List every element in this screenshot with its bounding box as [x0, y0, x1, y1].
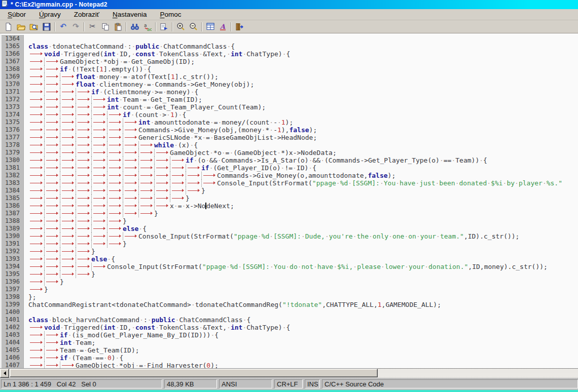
undo-button[interactable]: ↶ — [57, 21, 69, 32]
code-line[interactable]: 1386x·=·x->NodeNext; — [2, 202, 578, 210]
line-number[interactable]: 1392 — [2, 248, 24, 255]
code-line[interactable]: 1372int·Team·=·Get_Team(ID); — [2, 96, 578, 103]
launch-button[interactable] — [158, 21, 170, 32]
code-text[interactable]: } — [28, 194, 578, 202]
line-number[interactable]: 1377 — [2, 134, 24, 141]
scrollbar-thumb[interactable] — [10, 369, 378, 377]
code-line[interactable]: 1398}; — [2, 293, 578, 301]
copy-button[interactable] — [99, 21, 112, 32]
line-number[interactable]: 1407 — [2, 362, 24, 368]
code-text[interactable]: GameObject·*obj·=·Find_Harvester(0); — [28, 362, 578, 368]
code-line[interactable]: 1401class·block_harvnChatCommand·:·publi… — [2, 316, 578, 324]
code-line[interactable]: 1393else·{ — [2, 255, 578, 263]
code-line[interactable]: 1397} — [2, 286, 578, 293]
line-number[interactable]: 1391 — [2, 240, 24, 248]
code-line[interactable]: 1368if·(!Text[1].empty())·{ — [2, 65, 578, 73]
line-number[interactable]: 1396 — [2, 278, 24, 286]
line-number[interactable]: 1365 — [2, 43, 24, 50]
line-number[interactable]: 1370 — [2, 81, 24, 88]
line-number[interactable]: 1381 — [2, 164, 24, 172]
line-number[interactable]: 1401 — [2, 316, 24, 324]
code-text[interactable]: if·(Get_Player_ID(o)·!=·ID)·{ — [28, 164, 578, 172]
code-text[interactable]: GameObject·*obj·=·Get_GameObj(ID); — [28, 58, 578, 65]
code-line[interactable]: 1389else·{ — [2, 225, 578, 232]
code-text[interactable]: ChatCommandRegistrant<tdonateChatCommand… — [28, 301, 578, 308]
title-bar[interactable]: * C:\Ex2\gmmain.cpp - Notepad2 — [0, 0, 578, 9]
code-line[interactable]: 1400 — [2, 308, 578, 316]
code-text[interactable]: x·=·x->NodeNext; — [28, 202, 578, 210]
code-text[interactable]: if·(!Text[1].empty())·{ — [28, 65, 578, 73]
code-area[interactable]: 13641365class·tdonateChatCommand·:·publi… — [2, 35, 578, 368]
line-number[interactable]: 1367 — [2, 58, 24, 65]
line-number[interactable]: 1400 — [2, 308, 24, 316]
code-text[interactable]: else·{ — [28, 225, 578, 232]
line-number[interactable]: 1382 — [2, 172, 24, 179]
select-font-button[interactable]: A — [216, 21, 229, 32]
browse-files-button[interactable] — [27, 21, 40, 32]
code-text[interactable]: int·count·=·Get_Team_Player_Count(Team); — [28, 103, 578, 111]
code-text[interactable]: } — [28, 187, 578, 194]
line-number[interactable]: 1388 — [2, 217, 24, 225]
code-text[interactable]: if·(is_mod(Get_Player_Name_By_ID(ID)))·{ — [28, 331, 578, 339]
code-text[interactable]: class·tdonateChatCommand·:·public·ChatCo… — [28, 43, 578, 50]
code-text[interactable]: float·money·=·atof(Text[1].c_str()); — [28, 73, 578, 81]
code-text[interactable]: Team·=·Get_Team(ID); — [28, 346, 578, 354]
code-line[interactable]: 1379GameObject·*o·=·(GameObject·*)x->Nod… — [2, 149, 578, 156]
code-line[interactable]: 1404int·Team; — [2, 339, 578, 346]
code-text[interactable]: if·(o·&&·Commands->Is_A_Star(o)·&&·(Comm… — [28, 156, 578, 164]
code-line[interactable]: 1383Console_Input(StrFormat("ppage·%d·[S… — [2, 179, 578, 187]
code-text[interactable]: } — [28, 240, 578, 248]
line-number[interactable]: 1375 — [2, 119, 24, 126]
find-button[interactable] — [128, 21, 141, 32]
code-text[interactable] — [28, 35, 578, 43]
code-line[interactable]: 1384} — [2, 187, 578, 194]
new-file-button[interactable] — [2, 21, 15, 32]
menu-item-nastavenia[interactable]: Nastavenia — [106, 9, 154, 20]
line-number[interactable]: 1405 — [2, 346, 24, 354]
code-line[interactable]: 1407GameObject·*obj·=·Find_Harvester(0); — [2, 362, 578, 368]
line-number[interactable]: 1364 — [2, 35, 24, 43]
code-text[interactable]: Console_Input(StrFormat("ppage·%d·[SSGM]… — [28, 232, 578, 240]
open-file-button[interactable] — [15, 21, 27, 32]
line-number[interactable]: 1393 — [2, 255, 24, 263]
line-number[interactable]: 1380 — [2, 156, 24, 164]
code-line[interactable]: 1388} — [2, 217, 578, 225]
code-line[interactable]: 1391} — [2, 240, 578, 248]
redo-button[interactable]: ↷ — [69, 21, 82, 32]
code-text[interactable]: } — [28, 286, 578, 293]
code-text[interactable]: Commands->Give_Money(o,amounttodonate,fa… — [28, 172, 578, 179]
line-number[interactable]: 1386 — [2, 202, 24, 210]
code-line[interactable]: 1403if·(is_mod(Get_Player_Name_By_ID(ID)… — [2, 331, 578, 339]
line-number[interactable]: 1384 — [2, 187, 24, 194]
code-text[interactable]: while·(x)·{ — [28, 141, 578, 149]
line-number[interactable]: 1374 — [2, 111, 24, 119]
code-text[interactable]: float·clientmoney·=·Commands->Get_Money(… — [28, 81, 578, 88]
code-line[interactable]: 1369float·money·=·atof(Text[1].c_str()); — [2, 73, 578, 81]
code-line[interactable]: 1395} — [2, 270, 578, 278]
horizontal-scrollbar[interactable] — [0, 368, 578, 378]
save-file-button[interactable] — [40, 21, 53, 32]
code-text[interactable]: else·{ — [28, 255, 578, 263]
menu-item-pomoc[interactable]: Pomoc — [153, 9, 188, 20]
code-text[interactable]: Console_Input(StrFormat("ppage·%d·[SSGM]… — [28, 263, 578, 270]
code-line[interactable]: 1365class·tdonateChatCommand·:·public·Ch… — [2, 43, 578, 50]
line-number[interactable]: 1398 — [2, 293, 24, 301]
customize-schemes-button[interactable] — [204, 21, 216, 32]
code-text[interactable]: } — [28, 248, 578, 255]
line-number[interactable]: 1390 — [2, 232, 24, 240]
code-line[interactable]: 1371if·(clientmoney·>=·money)·{ — [2, 88, 578, 96]
line-number[interactable]: 1394 — [2, 263, 24, 270]
line-number[interactable]: 1376 — [2, 126, 24, 134]
line-number[interactable]: 1385 — [2, 194, 24, 202]
line-number[interactable]: 1379 — [2, 149, 24, 156]
code-text[interactable]: if·(clientmoney·>=·money)·{ — [28, 88, 578, 96]
code-line[interactable]: 1380if·(o·&&·Commands->Is_A_Star(o)·&&·(… — [2, 156, 578, 164]
code-line[interactable]: 1399ChatCommandRegistrant<tdonateChatCom… — [2, 301, 578, 308]
code-line[interactable]: 1396} — [2, 278, 578, 286]
code-text[interactable]: if·(count·>·1)·{ — [28, 111, 578, 119]
code-text[interactable]: int·Team; — [28, 339, 578, 346]
code-line[interactable]: 1373int·count·=·Get_Team_Player_Count(Te… — [2, 103, 578, 111]
line-number[interactable]: 1399 — [2, 301, 24, 308]
code-line[interactable]: 1377GenericSLNode·*x·=·BaseGameObjList->… — [2, 134, 578, 141]
line-number[interactable]: 1371 — [2, 88, 24, 96]
